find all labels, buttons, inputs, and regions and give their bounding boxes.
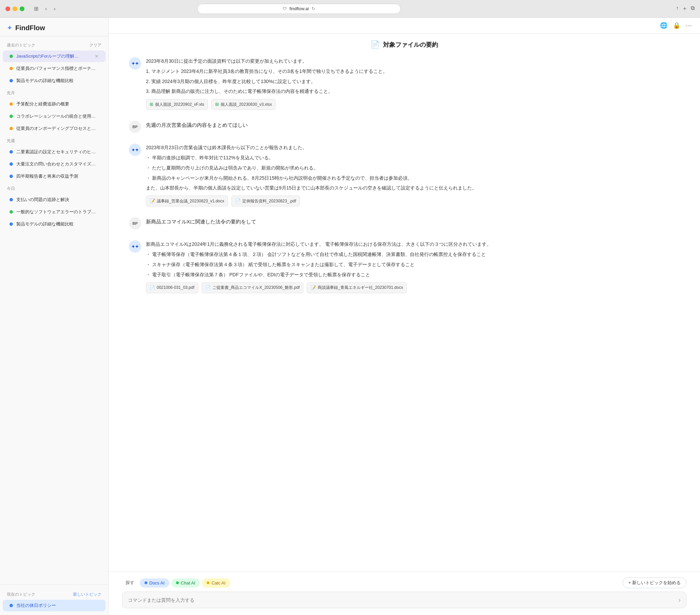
reload-icon[interactable]: ↻ <box>312 6 315 11</box>
sidebar-item-onboarding[interactable]: 従業員のオンボーディングプロセスと必要な… <box>3 123 105 134</box>
sidebar-item-payment[interactable]: 支払いの問題の追跡と解決 <box>3 194 105 205</box>
xls-icon: ⊞ <box>215 101 219 108</box>
browser-chrome: ⊞ ‹ › 🛡 findflow.ai ↻ ↑ ＋ ⧉ <box>0 0 700 18</box>
file-name: 0021006-031_03.pdf <box>157 284 195 291</box>
file-attachments-1: ⊞ 個人面談_20220902_vF.xls ⊞ 個人面談_20230830_v… <box>146 99 680 110</box>
msg-line: ・ 電子帳簿等保存（電子帳簿保存法第４条１項、２項） 会計ソフトなどを用いて自社… <box>146 251 680 259</box>
close-button[interactable] <box>5 7 10 11</box>
sidebar-item-product-model2[interactable]: 製品モデルの詳細な機能比較 <box>3 218 105 230</box>
new-topic-main-button[interactable]: + 新しいトピックを始める <box>623 577 686 588</box>
sidebar-item-text: 四半期報告書と将来の収益予測 <box>16 173 99 179</box>
input-bar: 探す Docs AI Chat AI Calc AI + 新しいトピックを始める… <box>109 572 700 615</box>
last-month-section: 先月 <box>0 87 108 98</box>
sidebar-item-employee-perf[interactable]: 従業員のパフォーマンス指標とボーナス計算… <box>3 63 105 74</box>
chat-area: 📄 対象ファイルの要約 ✦✦ 2023年8月30日に提出予定の面談資料では以下の… <box>109 34 700 572</box>
file-chip[interactable]: 📄 定例報告資料_20230823_.pdf <box>232 196 300 206</box>
share-icon[interactable]: ↑ <box>676 5 679 12</box>
avatar-ai: ✦✦ <box>129 57 141 69</box>
traffic-lights <box>5 7 24 11</box>
message-row-ai-3: ✦✦ 2023年8月23日の営業会議では鈴木課長から以下のことが報告されました。… <box>129 144 680 206</box>
avatar-user: BP <box>129 121 141 133</box>
sidebar-item-text: 従業員のオンボーディングプロセスと必要な… <box>16 126 99 131</box>
file-chip[interactable]: 📝 議事録_営業会議_20230823_v1.docx <box>146 196 228 206</box>
sidebar-item-text: 大量注文の問い合わせとカスタマイズオプシ… <box>16 161 99 167</box>
calc-ai-label: Calc AI <box>211 580 225 586</box>
sidebar: ✦ FindFlow 過去のトピック クリア JavaScriptのForループ… <box>0 18 109 615</box>
sidebar-item-bulk-order[interactable]: 大量注文の問い合わせとカスタマイズオプシ… <box>3 158 105 170</box>
new-tab-icon[interactable]: ＋ <box>682 5 687 12</box>
sidebar-item-text: 従業員のパフォーマンス指標とボーナス計算… <box>16 65 99 72</box>
sidebar-item-js-loop[interactable]: JavaScriptのForループの理解… ✕ <box>3 51 105 62</box>
search-tab-button[interactable]: 探す <box>122 578 138 588</box>
sidebar-item-current-topic[interactable]: 当社の休日ポリシー <box>3 600 105 611</box>
maximize-button[interactable] <box>20 7 24 11</box>
clear-button[interactable]: クリア <box>89 42 101 48</box>
sidebar-item-collab[interactable]: コラボレーションツールの統合と使用のヒント <box>3 111 105 122</box>
file-chip[interactable]: ⊞ 個人面談_20230830_v3.xlsx <box>211 99 276 110</box>
sidebar-item-quarterly[interactable]: 四半期報告書と将来の収益予測 <box>3 170 105 182</box>
xls-icon: ⊞ <box>150 101 153 108</box>
msg-line: 2023年8月23日の営業会議では鈴木課長から以下のことが報告されました。 <box>146 144 680 152</box>
command-input[interactable] <box>128 597 675 603</box>
back-button[interactable]: ‹ <box>43 5 49 13</box>
translate-icon[interactable]: 🌐 <box>660 22 667 29</box>
dot-icon <box>10 604 13 607</box>
docx-icon: 📝 <box>311 284 316 292</box>
msg-line: ・ スキャナ保存（電子帳簿保存法第４条３項） 紙で受領した帳票をスキャンまたは撮… <box>146 261 680 269</box>
avatar-ai-3: ✦✦ <box>129 144 141 156</box>
dot-icon <box>10 54 13 58</box>
file-chip[interactable]: 📝 商談議事録_青風エネルギー社_20230701.docx <box>307 282 407 293</box>
sidebar-header: ✦ FindFlow <box>0 18 108 36</box>
file-name: 個人面談_20220902_vF.xls <box>155 101 204 108</box>
sidebar-item-text: 製品モデルの詳細な機能比較 <box>16 221 99 227</box>
sidebar-item-two-factor[interactable]: 二要素認証の設定とセキュリティのヒント <box>3 146 105 158</box>
main-content: 🌐 🔒 ⋯ 📄 対象ファイルの要約 ✦✦ 2023年8月30日に提出予定の面談資… <box>109 18 700 615</box>
more-icon[interactable]: ⋯ <box>686 22 692 29</box>
tabs-icon[interactable]: ⧉ <box>691 5 695 12</box>
address-bar[interactable]: 🛡 findflow.ai ↻ <box>197 4 401 14</box>
msg-line: ・ ただし夏期間の売り上げの見込みは弱含みであり、新規の開拓が求められる。 <box>146 164 680 172</box>
file-chip[interactable]: 📄 0021006-031_03.pdf <box>146 282 198 293</box>
file-name: 議事録_営業会議_20230823_v1.docx <box>157 198 224 204</box>
chat-ai-tab[interactable]: Chat AI <box>171 578 200 588</box>
file-chip[interactable]: 📄 ご提案書_商品エコマイルX_20230506_雛形.pdf <box>202 282 303 293</box>
browser-nav: ⊞ ‹ › <box>32 5 58 13</box>
message-block-5: ✦✦ 新商品エコマイルXは2024年1月に義務化される電子帳簿保存法に対応してい… <box>129 240 680 293</box>
lock-icon[interactable]: 🔒 <box>673 22 680 29</box>
sidebar-item-software-error[interactable]: 一般的なソフトウェアエラーのトラブルシュ… <box>3 206 105 218</box>
docs-ai-tab[interactable]: Docs AI <box>140 578 169 588</box>
message-row-user-4: BP 新商品エコマイルXに関連した法令の要約をして <box>129 217 680 230</box>
docs-dot <box>145 581 147 584</box>
file-chip[interactable]: ⊞ 個人面談_20220902_vF.xls <box>146 99 208 110</box>
file-attachments-5: 📄 0021006-031_03.pdf 📄 ご提案書_商品エコマイルX_202… <box>146 282 680 293</box>
docx-icon: 📝 <box>150 197 155 205</box>
forward-button[interactable]: › <box>52 5 57 13</box>
sidebar-item-text: 予算配分と経費追跡の概要 <box>16 101 99 107</box>
browser-actions: ↑ ＋ ⧉ <box>676 5 695 12</box>
msg-line: ・ 新商品のキャンペーンが来月から開始される。8月25日15時から社内説明会が開… <box>146 174 680 182</box>
chat-ai-label: Chat AI <box>181 580 196 586</box>
sidebar-item-text: 二要素認証の設定とセキュリティのヒント <box>16 149 99 155</box>
close-icon[interactable]: ✕ <box>95 54 99 59</box>
msg-line: ・ 半期の進捗は順調で、昨年対比で112%を見込んでいる。 <box>146 154 680 162</box>
dot-icon <box>10 198 13 201</box>
message-row-ai-1: ✦✦ 2023年8月30日に提出予定の面談資料では以下の変更が加えられています。… <box>129 57 680 110</box>
file-summary-header: 📄 対象ファイルの要約 <box>129 40 680 49</box>
current-topic-label: 現在のトピック <box>7 592 35 597</box>
sidebar-bottom: 現在のトピック 新しいトピック 当社の休日ポリシー <box>0 585 108 615</box>
sidebar-item-budget[interactable]: 予算配分と経費追跡の概要 <box>3 98 105 110</box>
last-month-label: 先月 <box>7 90 15 96</box>
send-button[interactable]: › <box>678 596 681 604</box>
sidebar-item-text: 製品モデルの詳細な機能比較 <box>16 78 99 84</box>
msg-line: 新商品エコマイルXは2024年1月に義務化される電子帳簿保存法に対応しています。… <box>146 240 680 248</box>
pdf-icon: 📄 <box>150 284 155 292</box>
sidebar-toggle[interactable]: ⊞ <box>32 5 40 13</box>
shield-icon: 🛡 <box>283 7 287 11</box>
sidebar-item-product-model[interactable]: 製品モデルの詳細な機能比較 <box>3 75 105 87</box>
msg-line: 3. 商品理解 新商品の販売に注力し、そのために電子帳簿保存法の内容を精通するこ… <box>146 88 680 95</box>
new-topic-sidebar-button[interactable]: 新しいトピック <box>73 592 101 597</box>
calc-ai-tab[interactable]: Calc AI <box>202 578 230 588</box>
today-label: 今日 <box>7 186 15 192</box>
minimize-button[interactable] <box>13 7 17 11</box>
sidebar-item-text: 一般的なソフトウェアエラーのトラブルシュ… <box>16 209 99 215</box>
